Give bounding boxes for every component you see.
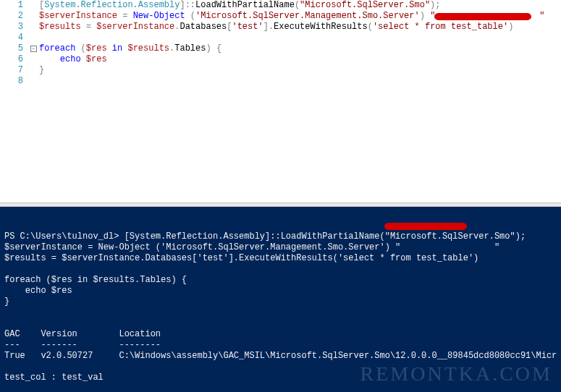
- console-line: $results = $serverInstance.Databases['te…: [4, 253, 557, 264]
- code-token: "Microsoft.SqlServer.Smo": [300, 0, 430, 10]
- code-token: [81, 54, 86, 64]
- code-line[interactable]: foreach ($res in $results.Tables) {: [39, 43, 561, 54]
- code-token: Tables: [174, 43, 206, 54]
- code-token: 'Microsoft.SqlServer.Management.Smo.Serv…: [195, 11, 420, 21]
- console-line: PS C:\Users\tulnov_dl> [System.Reflectio…: [4, 231, 557, 242]
- code-token: System.Reflection.Assembly: [44, 0, 180, 10]
- script-editor-pane[interactable]: 12345678 − [System.Reflection.Assembly]:…: [0, 0, 561, 203]
- code-token: [39, 54, 60, 64]
- fold-toggle-icon[interactable]: −: [30, 46, 37, 52]
- code-token: Databases: [180, 22, 227, 32]
- code-token: LoadWithPartialName: [195, 0, 295, 10]
- code-area[interactable]: [System.Reflection.Assembly]::LoadWithPa…: [39, 0, 561, 203]
- code-token: (: [295, 0, 300, 10]
- fold-column: −: [29, 0, 39, 203]
- code-token: =: [117, 11, 133, 21]
- code-token: );: [430, 0, 440, 10]
- code-token: New-Object: [133, 11, 185, 21]
- code-token: =: [81, 22, 97, 32]
- code-token: [107, 43, 112, 54]
- console-line: [4, 307, 557, 318]
- code-line[interactable]: echo $res: [39, 54, 561, 65]
- code-line[interactable]: $serverInstance = New-Object ('Microsoft…: [39, 11, 561, 22]
- console-line: echo $res: [4, 286, 557, 297]
- console-line: True v2.0.50727 C:\Windows\assembly\GAC_…: [4, 351, 557, 362]
- line-number: 1: [0, 0, 23, 11]
- code-line[interactable]: [39, 76, 561, 87]
- code-token: 'select * from test_table': [373, 22, 508, 32]
- console-line: $serverInstance = New-Object ('Microsoft…: [4, 242, 557, 253]
- code-token: (: [75, 43, 85, 54]
- code-token: ) {: [206, 43, 222, 54]
- code-token: $serverInstance: [39, 11, 117, 21]
- code-token: in: [112, 43, 122, 54]
- code-token: (: [185, 11, 195, 21]
- line-number-gutter: 12345678: [0, 0, 29, 203]
- code-token: 'test': [232, 22, 263, 32]
- console-line: GAC Version Location: [4, 329, 557, 340]
- code-token: $results: [39, 22, 81, 32]
- code-token: $res: [86, 43, 107, 54]
- line-number: 3: [0, 22, 23, 33]
- code-token: ): [508, 22, 513, 32]
- code-token: $results: [127, 43, 169, 54]
- line-number: 5: [0, 43, 23, 54]
- code-line[interactable]: [System.Reflection.Assembly]::LoadWithPa…: [39, 0, 561, 11]
- console-line: --- ------- --------: [4, 340, 557, 351]
- console-line: [4, 318, 557, 329]
- code-token: (: [368, 22, 373, 32]
- code-token: ].: [263, 22, 274, 32]
- code-line[interactable]: }: [39, 65, 561, 76]
- code-line[interactable]: $results = $serverInstance.Databases['te…: [39, 22, 561, 33]
- code-token: $res: [86, 54, 107, 64]
- powershell-console-pane[interactable]: PS C:\Users\tulnov_dl> [System.Reflectio…: [0, 207, 561, 392]
- code-token: $serverInstance: [96, 22, 174, 32]
- console-line: [4, 362, 557, 372]
- code-token: }: [39, 65, 44, 75]
- console-line: [4, 264, 557, 275]
- code-token: echo: [60, 54, 81, 64]
- line-number: 2: [0, 11, 23, 22]
- console-line: foreach ($res in $results.Tables) {: [4, 275, 557, 286]
- code-token: ): [420, 11, 430, 21]
- console-line: test_col : test_val: [4, 372, 557, 383]
- code-token: foreach: [39, 43, 75, 54]
- line-number: 7: [0, 65, 23, 76]
- line-number: 6: [0, 54, 23, 65]
- console-line: [4, 383, 557, 392]
- code-line[interactable]: [39, 33, 561, 43]
- code-token: ]::: [180, 0, 195, 10]
- console-line: }: [4, 297, 557, 307]
- code-token: [435, 11, 539, 21]
- line-number: 8: [0, 76, 23, 87]
- line-number: 4: [0, 33, 23, 43]
- code-token: ExecuteWithResults: [274, 22, 368, 32]
- code-token: ": [539, 11, 544, 21]
- redaction-mark: [384, 223, 467, 230]
